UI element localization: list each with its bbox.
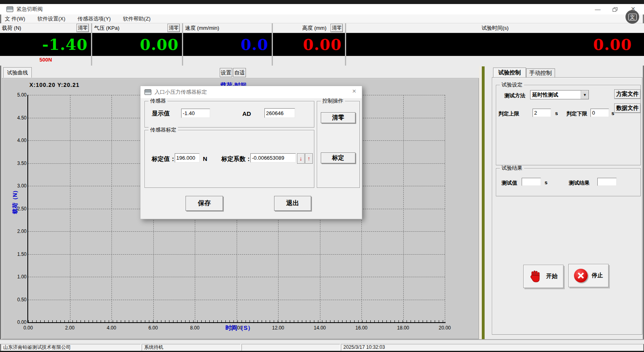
- height-zero-button[interactable]: 清零: [330, 24, 343, 32]
- dialog-titlebar[interactable]: 入口小压力传感器标定 ×: [140, 86, 362, 98]
- test-time-value: 0.00: [593, 35, 632, 54]
- calibration-unit-label: N: [203, 155, 207, 162]
- dialog-title: 入口小压力传感器标定: [155, 89, 207, 96]
- method-selected-value: 延时性测试: [530, 91, 581, 99]
- save-button[interactable]: 保存: [186, 196, 223, 211]
- test-result-input[interactable]: [597, 178, 617, 186]
- x-axis-title: 时间（S）: [215, 324, 264, 332]
- method-dropdown[interactable]: 延时性测试 ▼: [530, 90, 589, 99]
- upper-limit-label: 判定上限: [498, 110, 519, 117]
- readout-pressure: 气压 (KPa) 清零 0.00: [92, 23, 183, 66]
- test-settings-group-label: 试验设定: [500, 82, 524, 88]
- coefficient-up-button[interactable]: ↑: [305, 153, 313, 164]
- test-result-label: 测试结果: [569, 179, 590, 187]
- coefficient-input[interactable]: [250, 153, 296, 163]
- status-empty: [242, 344, 340, 351]
- speed-value: 0.0: [241, 35, 268, 54]
- start-button[interactable]: 开始: [523, 265, 564, 288]
- lower-limit-label: 判定下限: [566, 110, 587, 117]
- test-settings-group: 试验设定 测试方法 延时性测试 ▼ 方案文件 数据文件 判定上限 s 判定下限 …: [496, 85, 641, 165]
- calibration-value-input[interactable]: [175, 153, 200, 163]
- test-time-display: 0.00: [346, 33, 644, 56]
- minimize-button[interactable]: —: [595, 4, 601, 14]
- status-datetime: 2025/3/17 10:32:03: [341, 344, 643, 351]
- coefficient-label: 标定系数：: [221, 155, 252, 163]
- translate-icon: 文: [628, 14, 637, 21]
- load-display: -1.40: [0, 33, 91, 56]
- stop-button[interactable]: 停止: [568, 264, 609, 287]
- height-display: 0.00: [273, 33, 345, 56]
- dialog-calibrate-button[interactable]: 标定: [321, 152, 355, 163]
- plan-file-button[interactable]: 方案文件: [614, 89, 641, 99]
- status-system-state: 系统待机: [142, 344, 241, 351]
- lower-limit-input[interactable]: [590, 109, 609, 117]
- cursor-coordinates: X:100.20 Y:20.21: [29, 82, 79, 88]
- dialog-zero-button[interactable]: 清零: [321, 112, 355, 123]
- data-file-button[interactable]: 数据文件: [614, 103, 641, 113]
- pressure-value: 0.00: [140, 35, 179, 54]
- menu-help[interactable]: 软件帮助(Z): [123, 14, 151, 23]
- menu-file[interactable]: 文 件(W): [5, 14, 25, 23]
- readout-test-time: 试验时间(s) 0.00: [346, 23, 644, 66]
- test-value-label: 测试值: [502, 179, 517, 187]
- sensor-group-label: 传感器: [149, 98, 167, 104]
- stop-button-label: 停止: [592, 272, 603, 279]
- menu-software-settings[interactable]: 软件设置(X): [37, 14, 65, 23]
- curve-settings-button[interactable]: 设置: [220, 68, 232, 77]
- readout-pressure-label: 气压 (KPa): [94, 25, 120, 32]
- tab-test-curve[interactable]: 试验曲线: [3, 67, 32, 78]
- translate-overlay-badge[interactable]: 文: [625, 10, 639, 24]
- load-zero-button[interactable]: 清零: [76, 24, 89, 32]
- load-capacity-label: 500N: [0, 56, 91, 65]
- upper-limit-unit: s: [555, 110, 558, 116]
- start-button-label: 开始: [546, 273, 557, 280]
- arrow-down-icon: ↓: [299, 155, 302, 162]
- menu-bar: 文 件(W) 软件设置(X) 传感器选项(Y) 软件帮助(Z): [0, 14, 644, 23]
- menu-sensor-options[interactable]: 传感器选项(Y): [78, 14, 111, 23]
- readout-speed-label: 速度 (mm/min): [185, 25, 219, 32]
- speed-display: 0.0: [183, 33, 272, 56]
- dialog-icon: [144, 89, 151, 95]
- exit-button[interactable]: 退出: [274, 196, 311, 211]
- upper-limit-input[interactable]: [533, 109, 551, 117]
- readout-load-label: 载荷 (N): [2, 25, 21, 32]
- test-result-group-label: 试验结果: [500, 165, 524, 171]
- pressure-zero-button[interactable]: 清零: [167, 24, 180, 32]
- load-value: -1.40: [42, 35, 88, 54]
- readout-height: 高度 (mm) 清零 0.00: [273, 23, 346, 66]
- calibration-value-label: 标定值：: [152, 155, 176, 163]
- test-value-input[interactable]: [522, 178, 541, 186]
- ad-label: AD: [242, 110, 251, 117]
- sensor-group: 传感器 显示值 AD: [144, 101, 314, 128]
- control-operations-group: 控制操作 清零 标定: [317, 101, 360, 188]
- display-value-input[interactable]: [181, 109, 210, 118]
- olive-separator: [482, 66, 485, 339]
- readout-load: 载荷 (N) 清零 -1.40 500N: [0, 23, 92, 66]
- screen-top-strip: [0, 0, 644, 4]
- readout-height-label: 高度 (mm): [302, 25, 326, 32]
- dialog-close-icon[interactable]: ×: [350, 87, 359, 95]
- curve-autofit-button[interactable]: 自适: [233, 68, 246, 77]
- y-axis-title: 载荷（N）: [12, 181, 19, 221]
- coefficient-down-button[interactable]: ↓: [297, 153, 305, 164]
- control-panel: 试验控制 手动控制 试验设定 测试方法 延时性测试 ▼ 方案文件 数据文件 判定…: [485, 66, 643, 339]
- test-value-unit: s: [545, 179, 547, 185]
- test-result-group: 试验结果 测试值 s 测试结果: [496, 168, 641, 196]
- app-icon: [6, 6, 13, 12]
- ad-value-input[interactable]: [264, 108, 295, 118]
- tab-manual-control[interactable]: 手动控制: [526, 68, 555, 78]
- control-operations-label: 控制操作: [321, 98, 345, 104]
- restore-button[interactable]: [613, 7, 617, 12]
- lower-limit-unit: s: [611, 110, 614, 116]
- chevron-down-icon[interactable]: ▼: [581, 91, 588, 99]
- window-titlebar: 紧急切断阀 — ✕: [0, 4, 644, 14]
- readout-speed: 速度 (mm/min) 0.0: [183, 23, 273, 66]
- tab-test-control[interactable]: 试验控制: [493, 68, 526, 78]
- pressure-display: 0.00: [92, 33, 182, 56]
- hand-icon: [529, 270, 542, 283]
- readout-test-time-label: 试验时间(s): [481, 25, 508, 32]
- panel-gap: [479, 66, 482, 339]
- window-title: 紧急切断阀: [17, 4, 43, 14]
- status-company: 山东济南铂鉴测试技术有限公司: [1, 344, 141, 351]
- display-value-label: 显示值: [152, 110, 170, 117]
